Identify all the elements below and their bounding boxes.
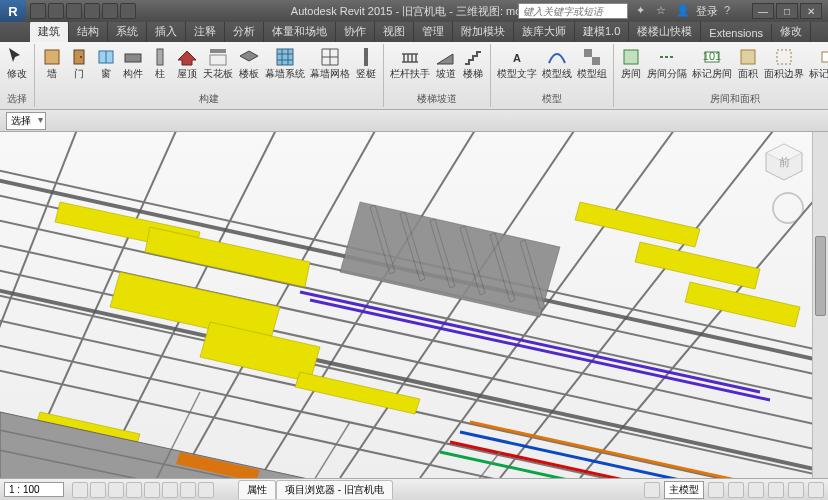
drag-elements-icon[interactable] [788, 482, 804, 498]
view-scale[interactable]: 1 : 100 [4, 482, 64, 497]
ribbon-btn-模型文字[interactable]: A模型文字 [495, 45, 539, 91]
ribbon-btn-楼板[interactable]: 楼板 [236, 45, 262, 91]
ribbon-btn-屋顶[interactable]: 屋顶 [174, 45, 200, 91]
ribbon-btn-label: 竖梃 [356, 69, 376, 79]
svg-rect-12 [584, 49, 592, 57]
ribbon-btn-门[interactable]: 门 [66, 45, 92, 91]
ribbon-btn-面积[interactable]: 面积 [735, 45, 761, 91]
ribbon-btn-label: 坡道 [436, 69, 456, 79]
mline-icon [546, 46, 568, 68]
qat-save-icon[interactable] [48, 3, 64, 19]
model-canvas[interactable] [0, 132, 828, 478]
ribbon-group-label: 构建 [199, 91, 219, 107]
qat-redo-icon[interactable] [84, 3, 100, 19]
qat-measure-icon[interactable] [120, 3, 136, 19]
ribbon-tab-楼楼山快模[interactable]: 楼楼山快模 [629, 21, 701, 42]
design-options-selector[interactable]: 主模型 [664, 481, 704, 499]
ribbon-btn-墙[interactable]: 墙 [39, 45, 65, 91]
ribbon-tab-Extensions[interactable]: Extensions [701, 24, 772, 42]
ribbon-btn-label: 模型文字 [497, 69, 537, 79]
nav-wheel-icon[interactable] [772, 192, 804, 224]
exchange-icon[interactable]: ☆ [656, 4, 670, 18]
visual-style-icon[interactable] [90, 482, 106, 498]
maximize-button[interactable]: □ [776, 3, 798, 19]
svg-rect-18 [777, 50, 791, 64]
select-links-icon[interactable] [708, 482, 724, 498]
workset-icon[interactable] [644, 482, 660, 498]
vertical-scrollbar[interactable] [812, 132, 828, 478]
select-underlay-icon[interactable] [728, 482, 744, 498]
ribbon-btn-幕墙系统[interactable]: 幕墙系统 [263, 45, 307, 91]
qat-undo-icon[interactable] [66, 3, 82, 19]
ribbon-btn-竖梃[interactable]: 竖梃 [353, 45, 379, 91]
search-input[interactable] [518, 3, 628, 19]
svg-rect-6 [157, 49, 163, 65]
subscription-icon[interactable]: ✦ [636, 4, 650, 18]
help-icon[interactable]: ? [724, 4, 738, 18]
panel-tabs: 属性项目浏览器 - 旧宫机电 [238, 480, 393, 499]
login-button[interactable]: 登录 [696, 4, 718, 19]
roomtag-icon: 101 [701, 46, 723, 68]
select-face-icon[interactable] [768, 482, 784, 498]
qat-open-icon[interactable] [30, 3, 46, 19]
select-pinned-icon[interactable] [748, 482, 764, 498]
ribbon-btn-窗[interactable]: 窗 [93, 45, 119, 91]
ribbon-tab-建模1.0[interactable]: 建模1.0 [575, 21, 629, 42]
crop-region-icon[interactable] [162, 482, 178, 498]
model-viewport[interactable]: 前 [0, 132, 828, 478]
app-menu-button[interactable]: R [0, 0, 26, 22]
ribbon-btn-标记房间[interactable]: 101标记房间 [690, 45, 734, 91]
ribbon-btn-标记面积[interactable]: 标记面积 [807, 45, 828, 91]
minimize-button[interactable]: — [752, 3, 774, 19]
stair-icon [462, 46, 484, 68]
ribbon-tab-注释[interactable]: 注释 [186, 21, 225, 42]
svg-text:前: 前 [779, 156, 790, 168]
ribbon-btn-模型线[interactable]: 模型线 [540, 45, 574, 91]
ribbon-tab-建筑[interactable]: 建筑 [30, 21, 69, 42]
panel-tab[interactable]: 项目浏览器 - 旧宫机电 [276, 480, 393, 499]
ribbon-btn-模型组[interactable]: 模型组 [575, 45, 609, 91]
mgroup-icon [581, 46, 603, 68]
close-button[interactable]: ✕ [800, 3, 822, 19]
ribbon-btn-label: 房间 [621, 69, 641, 79]
hide-isolate-icon[interactable] [180, 482, 196, 498]
curtain-icon [274, 46, 296, 68]
sun-path-icon[interactable] [108, 482, 124, 498]
user-icon[interactable]: 👤 [676, 4, 690, 18]
ribbon-btn-房间分隔[interactable]: 房间分隔 [645, 45, 689, 91]
ribbon-tab-附加模块[interactable]: 附加模块 [453, 21, 514, 42]
filter-icon[interactable] [808, 482, 824, 498]
ribbon-tab-插入[interactable]: 插入 [147, 21, 186, 42]
panel-tab[interactable]: 属性 [238, 480, 276, 499]
ribbon-tab-结构[interactable]: 结构 [69, 21, 108, 42]
window-icon [95, 46, 117, 68]
ribbon-btn-楼梯[interactable]: 楼梯 [460, 45, 486, 91]
ribbon-btn-幕墙网格[interactable]: 幕墙网格 [308, 45, 352, 91]
ribbon-tab-体量和场地[interactable]: 体量和场地 [264, 21, 336, 42]
qat-print-icon[interactable] [102, 3, 118, 19]
ribbon-btn-房间[interactable]: 房间 [618, 45, 644, 91]
view-cube[interactable]: 前 [762, 140, 806, 184]
ribbon-btn-天花板[interactable]: 天花板 [201, 45, 235, 91]
options-selector[interactable]: 选择 [6, 112, 46, 130]
ribbon-btn-构件[interactable]: 构件 [120, 45, 146, 91]
scrollbar-thumb[interactable] [815, 236, 826, 316]
ribbon-btn-修改[interactable]: 修改 [4, 45, 30, 91]
ribbon-btn-坡道[interactable]: 坡道 [433, 45, 459, 91]
area-icon [737, 46, 759, 68]
ribbon-tab-视图[interactable]: 视图 [375, 21, 414, 42]
ribbon-tab-分析[interactable]: 分析 [225, 21, 264, 42]
reveal-hidden-icon[interactable] [198, 482, 214, 498]
ribbon-btn-面积边界[interactable]: 面积边界 [762, 45, 806, 91]
ribbon-btn-柱[interactable]: 柱 [147, 45, 173, 91]
ribbon-tab-修改[interactable]: 修改 [772, 21, 811, 42]
ribbon-tab-系统[interactable]: 系统 [108, 21, 147, 42]
ribbon-tab-族库大师[interactable]: 族库大师 [514, 21, 575, 42]
crop-view-icon[interactable] [144, 482, 160, 498]
svg-rect-5 [125, 54, 141, 62]
shadows-icon[interactable] [126, 482, 142, 498]
detail-level-icon[interactable] [72, 482, 88, 498]
ribbon-btn-栏杆扶手[interactable]: 栏杆扶手 [388, 45, 432, 91]
ribbon-tab-管理[interactable]: 管理 [414, 21, 453, 42]
ribbon-tab-协作[interactable]: 协作 [336, 21, 375, 42]
